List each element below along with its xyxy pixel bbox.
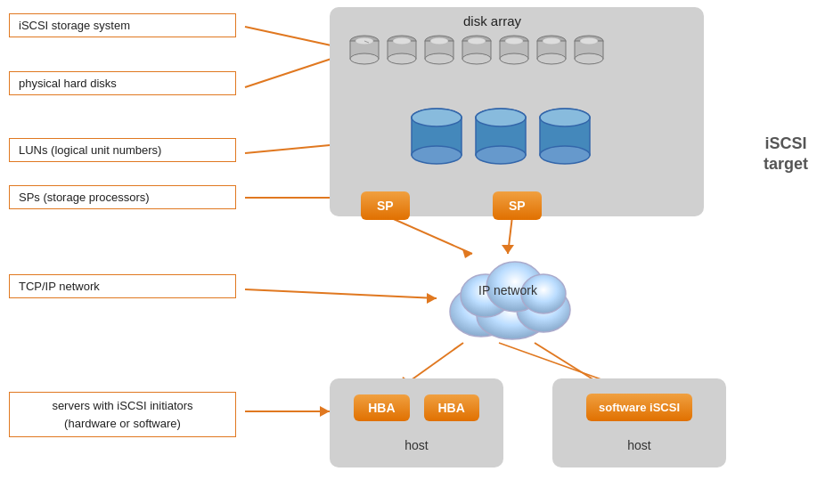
software-iscsi-container: software iSCSI: [552, 378, 726, 436]
hba-button-1: HBA: [354, 394, 409, 421]
disk-icon-3: [422, 34, 456, 68]
svg-line-14: [508, 216, 512, 254]
lun-cylinder-1: [410, 107, 463, 169]
hba-button-2: HBA: [424, 394, 479, 421]
label-luns: LUNs (logical unit numbers): [9, 138, 236, 162]
disk-icon-7: [572, 34, 606, 68]
host-box-1: HBA HBA host: [330, 378, 503, 467]
lun-cylinder-3: [538, 107, 592, 169]
disk-array-title: disk array: [463, 13, 521, 28]
svg-point-63: [476, 109, 526, 126]
host-label-1: host: [330, 436, 503, 452]
luns-row: [410, 107, 592, 169]
label-sps: SPs (storage processors): [9, 185, 236, 209]
svg-point-67: [540, 109, 590, 126]
disk-icon-6: [535, 34, 568, 68]
disk-icon-1: [347, 34, 381, 68]
svg-point-38: [425, 53, 453, 64]
svg-point-54: [575, 53, 603, 64]
svg-point-50: [537, 53, 566, 64]
disk-icon-4: [460, 34, 494, 68]
hard-disks-row: [347, 34, 606, 68]
svg-point-59: [412, 109, 462, 126]
host-box-2: software iSCSI host: [552, 378, 726, 467]
svg-point-66: [540, 146, 590, 164]
svg-point-51: [543, 38, 560, 45]
label-iscsi-storage: iSCSI storage system: [9, 13, 236, 37]
svg-point-58: [412, 146, 462, 164]
software-iscsi-button: software iSCSI: [586, 394, 692, 421]
cloud-container: IP network: [437, 249, 579, 347]
disk-icon-2: [385, 34, 419, 68]
svg-point-42: [462, 53, 491, 64]
disk-icon-5: [497, 34, 531, 68]
iscsi-target-label: iSCSI target: [764, 134, 808, 175]
ip-network-label: IP network: [437, 283, 579, 297]
label-servers: servers with iSCSI initiators (hardware …: [9, 392, 236, 437]
svg-point-55: [580, 38, 598, 45]
svg-point-46: [500, 53, 528, 64]
sp-button-left: SP: [361, 191, 410, 220]
svg-marker-11: [320, 406, 330, 417]
cloud-svg: [437, 249, 579, 347]
label-tcpip: TCP/IP network: [9, 274, 236, 298]
svg-point-29: [350, 53, 379, 64]
diagram-container: iSCSI storage system physical hard disks…: [0, 0, 817, 504]
svg-point-43: [468, 38, 486, 45]
svg-point-39: [430, 38, 448, 45]
svg-point-62: [476, 146, 526, 164]
hba-buttons-container: HBA HBA: [330, 378, 503, 436]
svg-marker-9: [427, 293, 437, 304]
svg-line-12: [388, 216, 472, 254]
svg-point-34: [388, 53, 416, 64]
svg-line-8: [245, 289, 437, 298]
svg-point-35: [393, 38, 411, 45]
host-label-2: host: [552, 436, 726, 452]
lun-cylinder-2: [474, 107, 527, 169]
sp-button-right: SP: [493, 191, 542, 220]
svg-point-47: [505, 38, 523, 45]
label-physical-disks: physical hard disks: [9, 71, 236, 95]
